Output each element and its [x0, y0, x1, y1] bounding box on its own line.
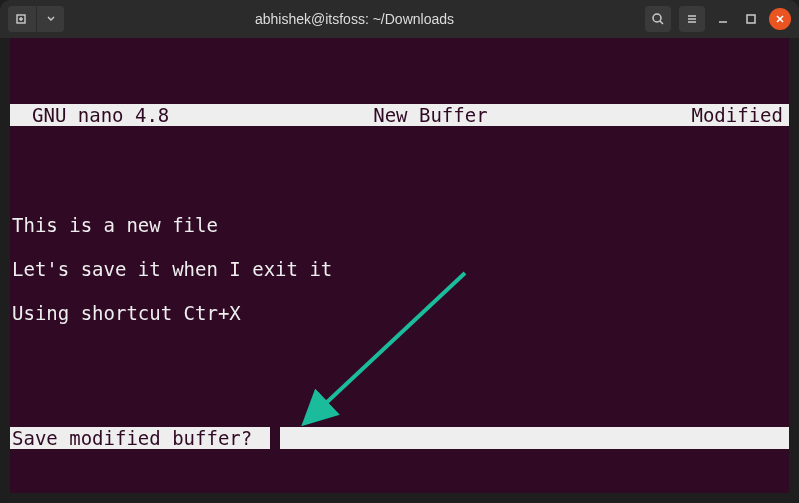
maximize-button[interactable] [741, 9, 761, 29]
nano-save-prompt: Save modified buffer? [10, 427, 789, 449]
new-tab-icon [8, 6, 36, 32]
window-title: abhishek@itsfoss: ~/Downloads [70, 11, 639, 27]
chevron-down-icon [36, 6, 64, 32]
nano-editor-body[interactable]: This is a new file Let's save it when I … [10, 192, 789, 368]
minimize-icon [717, 13, 729, 25]
nano-header-bar: GNU nano 4.8 New Buffer Modified [10, 104, 789, 126]
menu-button[interactable] [679, 6, 705, 32]
nano-app-name: GNU nano 4.8 [12, 104, 169, 126]
nano-modified-status: Modified [691, 104, 787, 126]
maximize-icon [745, 13, 757, 25]
terminal-viewport[interactable]: GNU nano 4.8 New Buffer Modified This is… [10, 38, 789, 493]
close-button[interactable] [769, 8, 791, 30]
editor-line: Let's save it when I exit it [12, 258, 787, 280]
svg-line-4 [660, 21, 663, 24]
nano-buffer-name: New Buffer [169, 104, 691, 126]
search-icon [651, 12, 665, 26]
search-button[interactable] [645, 6, 671, 32]
new-tab-button-group[interactable] [8, 6, 64, 32]
svg-point-3 [653, 14, 661, 22]
editor-line: Using shortcut Ctr+X [12, 302, 787, 324]
nano-shortcut-bar: Y Yes N No ^C Cancel [10, 449, 789, 493]
titlebar: abhishek@itsfoss: ~/Downloads [0, 0, 799, 38]
svg-rect-9 [747, 15, 755, 23]
minimize-button[interactable] [713, 9, 733, 29]
close-icon [775, 14, 785, 24]
editor-line: This is a new file [12, 214, 787, 236]
hamburger-icon [685, 12, 699, 26]
nano-prompt-input-area[interactable] [280, 427, 789, 449]
terminal-window: abhishek@itsfoss: ~/Downloads GNU nano 4… [0, 0, 799, 503]
nano-prompt-text: Save modified buffer? [10, 427, 254, 449]
